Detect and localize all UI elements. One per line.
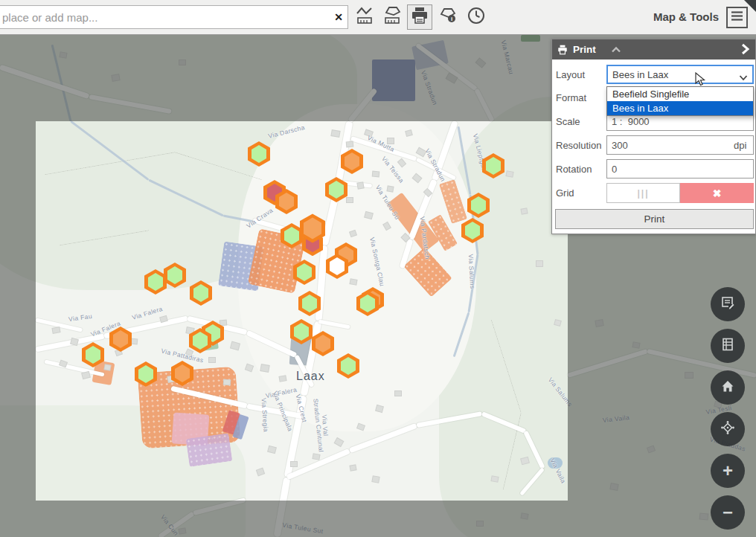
hex-marker-fill	[345, 152, 359, 170]
hex-marker-fill	[113, 330, 128, 348]
building	[520, 512, 528, 520]
hex-marker-fill	[486, 157, 501, 175]
building	[346, 141, 354, 148]
street-label: Via Marcau	[499, 39, 515, 75]
building	[536, 260, 543, 267]
street-label: Via Stregia	[260, 398, 269, 432]
zoom-out-button[interactable]: −	[711, 495, 745, 530]
home-icon	[720, 379, 735, 396]
hex-marker-fill	[465, 222, 480, 239]
time-tool-button[interactable]	[464, 4, 489, 30]
grid-on-icon[interactable]: |||	[606, 183, 680, 203]
legend-icon	[720, 337, 735, 355]
building	[609, 483, 618, 491]
grid-label: Grid	[556, 187, 574, 199]
feature-info-icon: i	[438, 5, 458, 29]
building	[208, 357, 216, 363]
search-input[interactable]	[0, 5, 348, 29]
feature-info-button[interactable]: i	[435, 4, 461, 30]
map-overlay-polygon	[186, 433, 233, 467]
building	[330, 129, 340, 138]
map-overlay-polygon	[372, 60, 415, 101]
rotation-input[interactable]	[606, 159, 754, 179]
clock-icon	[466, 5, 487, 29]
print-panel: Print Layout Bees in Laax Format Scale	[551, 39, 756, 234]
hamburger-icon	[731, 10, 743, 25]
building	[685, 372, 693, 379]
building	[346, 197, 353, 203]
hex-marker-fill	[86, 346, 100, 364]
building	[349, 278, 357, 286]
print-tool-button[interactable]	[407, 4, 432, 30]
map-overlay-polygon	[521, 35, 540, 42]
building	[59, 51, 67, 59]
map-tools-label: Map & Tools	[653, 10, 719, 23]
road	[474, 89, 494, 123]
building	[312, 453, 320, 460]
hex-marker-fill	[193, 284, 208, 302]
dropdown-option-selected[interactable]: Bees in Laax	[607, 101, 753, 115]
hex-marker-fill	[193, 332, 208, 350]
building	[111, 74, 120, 82]
collapse-panel-icon[interactable]	[611, 44, 621, 57]
top-toolbar: ✕ i Map & Tools	[0, 0, 756, 35]
grid-off-icon[interactable]: ✖	[680, 183, 754, 203]
scale-label: Scale	[556, 116, 580, 127]
hex-marker-fill	[167, 266, 182, 284]
search-clear-icon[interactable]: ✕	[332, 10, 345, 24]
print-panel-header[interactable]: Print	[552, 39, 755, 60]
building	[505, 170, 513, 178]
legend-button[interactable]	[711, 329, 745, 363]
street-label: Via Fau	[68, 312, 92, 323]
building	[256, 468, 265, 477]
print-button[interactable]: Print	[555, 209, 754, 229]
locate-button[interactable]	[711, 412, 745, 446]
measure-area-button[interactable]	[380, 4, 406, 30]
zoom-in-button[interactable]: +	[711, 454, 745, 488]
hex-marker-fill	[302, 295, 317, 312]
grid-toggle[interactable]: ||| ✖	[606, 183, 754, 203]
hex-marker-fill	[252, 145, 266, 163]
chevron-down-icon	[739, 72, 748, 83]
building	[699, 512, 709, 520]
street-label: Via Val	[321, 414, 330, 437]
format-label: Format	[556, 92, 586, 103]
svg-text:i: i	[451, 16, 452, 22]
building	[245, 364, 254, 373]
building	[386, 185, 394, 192]
building	[51, 327, 60, 334]
hex-marker-fill	[330, 257, 345, 275]
layout-select[interactable]: Bees in Laax	[606, 65, 754, 84]
close-panel-icon[interactable]	[741, 43, 749, 58]
locate-icon	[720, 420, 735, 438]
building	[81, 371, 91, 380]
edit-notes-button[interactable]	[711, 287, 745, 321]
hex-marker-fill	[297, 263, 312, 281]
layout-dropdown: Beefield Singlefile Bees in Laax	[606, 86, 754, 116]
town-label: Laax	[296, 370, 325, 383]
hex-marker-fill	[315, 335, 330, 353]
building	[394, 390, 402, 396]
edit-notes-icon	[720, 295, 735, 313]
resolution-label: Resolution	[556, 140, 601, 151]
home-button[interactable]	[711, 370, 745, 405]
hex-marker-fill	[138, 365, 153, 383]
building	[230, 341, 240, 351]
hex-marker-fill	[284, 227, 299, 245]
hex-marker-fill	[279, 193, 294, 210]
resolution-input[interactable]	[606, 135, 754, 155]
hex-marker-fill	[471, 196, 486, 214]
measure-line-icon	[355, 5, 376, 29]
street-label: Via Stradun	[420, 69, 439, 106]
building	[333, 437, 344, 447]
street-label: Via Tuleu Sut	[282, 521, 324, 536]
measure-line-button[interactable]	[353, 4, 378, 30]
dropdown-option[interactable]: Beefield Singlefile	[607, 87, 753, 101]
building	[267, 446, 277, 454]
building	[223, 379, 231, 386]
layout-selected-value: Bees in Laax	[612, 69, 668, 80]
building	[476, 521, 484, 527]
plus-icon: +	[723, 462, 733, 480]
hex-marker-fill	[175, 364, 190, 382]
building	[349, 464, 356, 471]
